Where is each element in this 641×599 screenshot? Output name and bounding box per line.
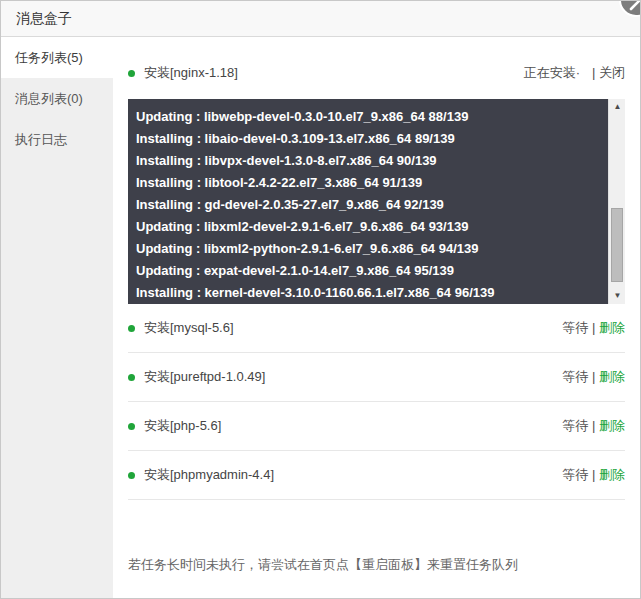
separator-pipe: | [592,418,595,433]
task-status-text: 等待 [562,369,588,384]
log-line: Installing : libtool-2.4.2-22.el7_3.x86_… [136,172,600,194]
task-row-phpmyadmin: 安装[phpmyadmin-4.4] 等待 | 删除 [128,451,625,500]
task-status-text: 等待 [562,320,588,335]
task-name: 安装[php-5.6] [144,417,562,435]
task-status-dot-icon [128,472,135,479]
log-line: Installing : libvpx-devel-1.3.0-8.el7.x8… [136,150,600,172]
sidebar-item-message-list[interactable]: 消息列表(0) [1,78,113,119]
task-list-panel: 安装[nginx-1.18] 正在安装·| 关闭 Updating : libw… [113,37,640,599]
task-row-php: 安装[php-5.6] 等待 | 删除 [128,402,625,451]
task-name: 安装[pureftpd-1.0.49] [144,368,562,386]
message-box-dialog: 消息盒子 任务列表(5) 消息列表(0) 执行日志 安装[nginx-1.18]… [0,0,641,599]
task-status-text: 等待 [562,467,588,482]
scroll-down-icon[interactable]: ▼ [609,288,625,304]
separator-pipe: | [592,369,595,384]
scroll-up-icon[interactable]: ▲ [609,99,625,115]
log-line: Updating : libxml2-python-2.9.1-6.el7_9.… [136,238,600,260]
dialog-title: 消息盒子 [16,10,72,28]
separator-pipe: | [592,320,595,335]
task-name: 安装[phpmyadmin-4.4] [144,466,562,484]
task-name: 安装[mysql-5.6] [144,319,562,337]
task-delete-button[interactable]: 删除 [599,369,625,384]
task-status-dot-icon [128,423,135,430]
log-line: Installing : gd-devel-2.0.35-27.el7_9.x8… [136,194,600,216]
task-status-dot-icon [128,374,135,381]
task-status-text: 正在安装· [524,65,580,80]
scrollbar-thumb[interactable] [611,208,623,282]
sidebar: 任务列表(5) 消息列表(0) 执行日志 [1,37,113,599]
task-name: 安装[nginx-1.18] [144,64,524,82]
task-status-dot-icon [128,325,135,332]
install-log-console[interactable]: Updating : libwebp-devel-0.3.0-10.el7_9.… [128,99,625,304]
dialog-header: 消息盒子 [1,1,640,37]
task-row-mysql: 安装[mysql-5.6] 等待 | 删除 [128,304,625,353]
task-delete-button[interactable]: 删除 [599,418,625,433]
log-line: Installing : libaio-devel-0.3.109-13.el7… [136,128,600,150]
sidebar-item-task-list[interactable]: 任务列表(5) [1,37,113,78]
task-delete-button[interactable]: 删除 [599,320,625,335]
task-row-installing: 安装[nginx-1.18] 正在安装·| 关闭 [128,53,625,93]
sidebar-item-exec-log[interactable]: 执行日志 [1,119,113,160]
dialog-close-button[interactable] [619,0,641,17]
log-line: Updating : expat-devel-2.1.0-14.el7_9.x8… [136,260,600,282]
log-line: Updating : libxml2-devel-2.9.1-6.el7_9.6… [136,216,600,238]
close-icon [621,0,641,19]
console-scrollbar[interactable]: ▲ ▼ [608,99,625,304]
log-line: Installing : kernel-devel-3.10.0-1160.66… [136,282,600,304]
separator-pipe: | [592,65,595,80]
task-status-text: 等待 [562,418,588,433]
log-line: Updating : libwebp-devel-0.3.0-10.el7_9.… [136,106,600,128]
task-delete-button[interactable]: 删除 [599,467,625,482]
task-row-pureftpd: 安装[pureftpd-1.0.49] 等待 | 删除 [128,353,625,402]
task-close-button[interactable]: 关闭 [599,65,625,80]
task-status-dot-icon [128,70,135,77]
separator-pipe: | [592,467,595,482]
queue-reset-hint: 若任务长时间未执行，请尝试在首页点【重启面板】来重置任务队列 [128,556,625,574]
